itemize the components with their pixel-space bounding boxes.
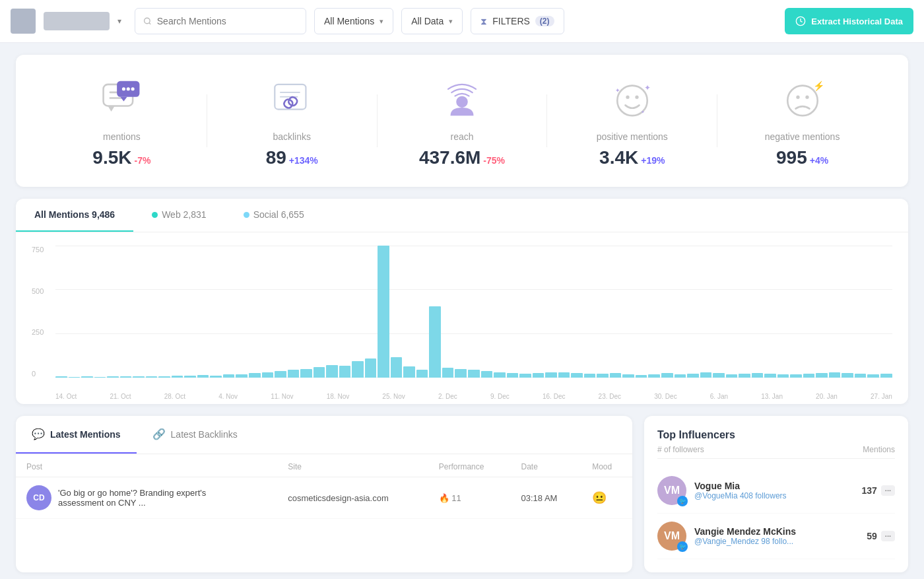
y-label-500: 500 bbox=[32, 287, 44, 295]
chart-bar bbox=[816, 373, 828, 378]
chart-bar bbox=[687, 374, 699, 378]
chart-bar bbox=[288, 370, 300, 378]
chart-bar bbox=[107, 376, 119, 378]
mentions-label: mentions bbox=[103, 131, 141, 142]
reach-value: 437.6M bbox=[419, 147, 480, 168]
svg-point-24 bbox=[805, 95, 808, 98]
chart-bar bbox=[880, 374, 892, 378]
inf-count-badge: ··· bbox=[881, 531, 895, 541]
inf-count-value: 59 bbox=[867, 531, 877, 541]
chart-x-axis: 14. Oct21. Oct28. Oct4. Nov11. Nov18. No… bbox=[55, 393, 892, 400]
extract-button[interactable]: Extract Historical Data bbox=[785, 8, 913, 34]
chart-bar bbox=[300, 369, 312, 378]
x-label: 25. Nov bbox=[382, 393, 405, 400]
inf-handle: @VogueMia 408 followers bbox=[694, 491, 853, 500]
chart-bar bbox=[455, 369, 467, 378]
influencers-list: VM 🐦 Vogue Mia @VogueMia 408 followers 1… bbox=[657, 468, 895, 559]
chart-bar bbox=[55, 376, 67, 378]
x-label: 21. Oct bbox=[110, 393, 131, 400]
tab-all-mentions[interactable]: All Mentions 9,486 bbox=[16, 199, 133, 232]
negative-icon: ⚡ bbox=[776, 73, 829, 126]
x-label: 2. Dec bbox=[438, 393, 457, 400]
clock-icon bbox=[795, 16, 806, 26]
influencers-title: Top Influencers bbox=[657, 429, 895, 441]
post-text: 'Go big or go home'? Branding expert's a… bbox=[58, 488, 216, 508]
svg-point-10 bbox=[131, 87, 135, 90]
stats-card: mentions 9.5K -7% backlinks bbox=[16, 55, 908, 187]
inf-name: Vogue Mia bbox=[694, 481, 853, 491]
positive-label: positive mentions bbox=[597, 131, 668, 142]
inf-col-followers: # of followers bbox=[657, 445, 704, 454]
chart-bar bbox=[468, 370, 480, 378]
chart-bar bbox=[661, 373, 673, 378]
search-input[interactable] bbox=[157, 16, 298, 26]
chart-bar bbox=[172, 376, 183, 378]
inf-count: 137 ··· bbox=[861, 485, 895, 496]
inf-handle: @Vangie_Mendez 98 follo... bbox=[694, 537, 859, 546]
chart-bar bbox=[636, 375, 647, 378]
x-label: 28. Oct bbox=[164, 393, 185, 400]
chart-bar bbox=[622, 374, 634, 378]
site-cell: cosmeticsdesign-asia.com bbox=[277, 477, 428, 519]
search-box[interactable] bbox=[135, 8, 306, 34]
tab-latest-mentions[interactable]: 💬 Latest Mentions bbox=[16, 416, 137, 454]
mentions-change: -7% bbox=[135, 155, 151, 166]
svg-line-1 bbox=[149, 22, 150, 24]
chart-bar bbox=[648, 374, 660, 378]
chart-bar bbox=[223, 374, 235, 378]
all-mentions-label: All Mentions bbox=[324, 16, 374, 26]
stat-positive: ✦ ✦ ✦ positive mentions 3.4K +19% bbox=[547, 73, 717, 168]
performance-value: 🔥 11 bbox=[439, 493, 461, 503]
col-site: Site bbox=[277, 454, 428, 477]
influencer-row: VM 🐦 Vangie Mendez McKins @Vangie_Mendez… bbox=[657, 514, 895, 559]
logo-box bbox=[11, 9, 36, 34]
chart-bar bbox=[314, 367, 325, 378]
filters-button[interactable]: ⧗ FILTERS (2) bbox=[471, 8, 564, 34]
stat-mentions: mentions 9.5K -7% bbox=[37, 73, 207, 168]
chart-bar bbox=[339, 366, 351, 378]
mentions-icon bbox=[95, 73, 148, 126]
mentions-value: 9.5K bbox=[92, 147, 131, 168]
post-content: CD 'Go big or go home'? Branding expert'… bbox=[26, 485, 267, 510]
svg-text:✦: ✦ bbox=[641, 109, 645, 114]
search-icon bbox=[143, 17, 152, 26]
x-label: 6. Jan bbox=[710, 393, 728, 400]
chart-bar bbox=[713, 373, 725, 378]
negative-change: +4% bbox=[810, 155, 828, 166]
inf-count-badge: ··· bbox=[881, 485, 895, 496]
chart-bar bbox=[442, 368, 454, 378]
tab-latest-backlinks[interactable]: 🔗 Latest Backlinks bbox=[137, 416, 253, 454]
chart-bar bbox=[700, 372, 712, 378]
tab-social[interactable]: Social 6,655 bbox=[225, 199, 323, 232]
tab-social-label: Social 6,655 bbox=[253, 209, 304, 220]
chart-bar bbox=[829, 372, 841, 378]
chart-bar bbox=[262, 372, 274, 378]
influencer-row: VM 🐦 Vogue Mia @VogueMia 408 followers 1… bbox=[657, 468, 895, 514]
x-label: 4. Nov bbox=[218, 393, 238, 400]
tab-web-label: Web 2,831 bbox=[162, 209, 206, 220]
latest-mentions-label: Latest Mentions bbox=[50, 429, 121, 440]
svg-point-23 bbox=[796, 95, 799, 98]
inf-avatar-wrapper: VM 🐦 bbox=[657, 522, 686, 551]
chart-body: 750 500 250 0 14. Oct21. Oct28. Oct4. No… bbox=[16, 232, 908, 404]
all-mentions-dropdown[interactable]: All Mentions ▾ bbox=[314, 8, 393, 34]
chart-bar bbox=[867, 374, 879, 378]
chart-bar bbox=[507, 373, 519, 378]
reach-change: -75% bbox=[483, 155, 505, 166]
chart-bar bbox=[610, 373, 622, 378]
tab-web[interactable]: Web 2,831 bbox=[133, 199, 224, 232]
chart-bar bbox=[803, 374, 815, 378]
all-data-dropdown[interactable]: All Data ▾ bbox=[401, 8, 463, 34]
twitter-badge: 🐦 bbox=[677, 496, 688, 506]
mood-icon: 😐 bbox=[592, 491, 607, 504]
backlinks-value: 89 bbox=[266, 147, 286, 168]
x-label: 30. Dec bbox=[654, 393, 676, 400]
date-cell: 03:18 AM bbox=[510, 477, 581, 519]
svg-point-18 bbox=[635, 95, 638, 98]
x-label: 20. Jan bbox=[816, 393, 838, 400]
y-label-0: 0 bbox=[32, 370, 44, 378]
chart-bar bbox=[391, 357, 403, 378]
chart-bar bbox=[120, 376, 132, 378]
latest-backlinks-label: Latest Backlinks bbox=[171, 429, 238, 440]
chart-bar bbox=[352, 361, 364, 378]
